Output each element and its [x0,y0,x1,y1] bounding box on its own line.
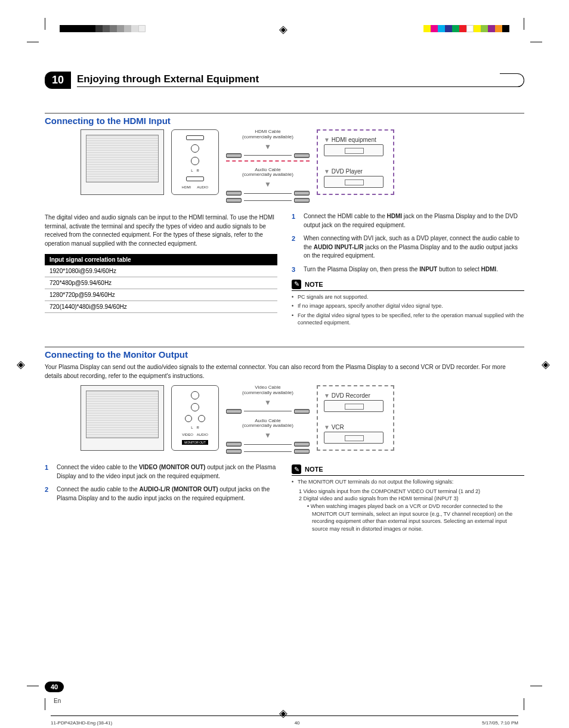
hdmi-devices-box: ▼ HDMI equipment ▼ DVD Player [317,129,394,195]
note-label: NOTE [305,281,323,288]
footer-page: 40 [295,720,300,726]
note-subitem: 1 Video signals input from the COMPONENT… [292,488,524,495]
cable-label: HDMI Cable [255,129,281,134]
monitor-cable-column: Video Cable(commercially available) ▼ Au… [226,385,310,454]
down-arrow-icon: ▼ [226,431,310,439]
hdmi-intro-paragraph: The digital video and audio signals can … [45,213,277,248]
down-arrow-icon: ▼ [324,137,330,143]
device-label: DVD Player [332,168,363,175]
step-item: 1Connect the HDMI cable to the HDMI jack… [292,212,524,230]
monitor-note-list: The MONITOR OUT terminals do not output … [292,478,524,486]
cable-sublabel: (commercially available) [242,134,293,140]
monitor-intro-paragraph: Your Plasma Display can send out the aud… [45,363,524,380]
pencil-icon: ✎ [292,280,301,289]
device-label: HDMI equipment [332,137,376,143]
port-label-hdmi: HDMI [182,185,191,189]
device-label: DVD Recorder [332,392,370,399]
port-label-audio: AUDIO [197,433,208,436]
step-item: 2When connecting with DVI jack, such as … [292,234,524,261]
tv-rear-panel-illustration [81,385,164,451]
registration-bottom-icon [279,708,290,718]
cable-sublabel: (commercially available) [242,423,293,428]
down-arrow-icon: ▼ [324,168,330,175]
port-label-l: L [191,426,193,429]
crop-mark [27,686,39,686]
footer-info: 11-PDP42A3HD-Eng (38-41) 40 5/17/05, 7:1… [51,720,518,726]
down-arrow-icon: ▼ [226,398,310,407]
note-subitem: 2 Digital video and audio signals from t… [292,495,524,503]
table-row: 1280*720p@59.94/60Hz [45,289,277,301]
note-item: For the digital video signal types to be… [292,312,524,327]
port-label-r: R [197,169,199,172]
monitor-diagram: L R VIDEO AUDIO MONITOR OUT Video Cable(… [81,385,524,454]
port-label-video: VIDEO [182,433,193,436]
chapter-number-badge: 10 [45,72,71,89]
device-label: VCR [332,424,344,430]
cable-label: Video Cable [255,385,280,390]
crop-mark [524,698,524,710]
footer-rule [51,715,518,716]
monitor-port-panel: L R VIDEO AUDIO MONITOR OUT [171,385,219,451]
table-row: 1920*1080i@59.94/60Hz [45,265,277,277]
step-number: 2 [292,234,299,261]
section-heading-monitor: Connecting to the Monitor Output [45,346,524,360]
cable-sublabel: (commercially available) [242,390,293,395]
note-rule [292,290,524,291]
note-item: The MONITOR OUT terminals do not output … [292,478,524,486]
section-heading-hdmi: Connecting to the HDMI Input [45,113,524,126]
pencil-icon: ✎ [292,464,301,474]
monitor-steps-list: 1Connect the video cable to the VIDEO (M… [45,463,277,503]
chapter-title: Enjoying through External Equipment [77,73,524,87]
crop-mark [530,686,542,686]
port-label-l: L [191,169,193,172]
table-row: 720*480p@59.94/60Hz [45,277,277,289]
down-arrow-icon: ▼ [226,180,310,188]
port-label-audio: AUDIO [197,185,208,189]
down-arrow-icon: ▼ [324,424,330,430]
chapter-header: 10 Enjoying through External Equipment [45,72,524,89]
port-label-monitor-out: MONITOR OUT [182,440,208,445]
down-arrow-icon: ▼ [324,392,330,399]
step-item: 1Connect the video cable to the VIDEO (M… [45,463,277,481]
step-number: 1 [292,212,299,230]
note-rule [292,475,524,476]
page-number-badge: 40 [45,681,64,692]
monitor-devices-box: ▼ DVD Recorder ▼ VCR [317,385,394,451]
note-sub-bullet: • When watching images played back on a … [292,503,524,532]
cable-label: Audio Cable [255,418,281,423]
tv-rear-panel-illustration [81,129,164,195]
note-item: PC signals are not supported. [292,293,524,301]
step-item: 2Connect the audio cable to the AUDIO-L/… [45,485,277,503]
hdmi-diagram: L R HDMI AUDIO HDMI Cable(commercially a… [81,129,524,203]
down-arrow-icon: ▼ [226,142,310,151]
page-language: En [54,698,61,704]
signal-correlation-table: Input signal correlation table 1920*1080… [45,254,277,313]
note-header: ✎ NOTE [292,464,524,474]
hdmi-port-panel: L R HDMI AUDIO [171,129,219,195]
step-number: 2 [45,485,52,503]
hdmi-cable-column: HDMI Cable(commercially available) ▼ Aud… [226,129,310,203]
crop-mark [45,698,45,710]
note-item: If no image appears, specify another dig… [292,302,524,310]
port-label-r: R [197,426,199,429]
table-row: 720(1440)*480i@59.94/60Hz [45,301,277,313]
cable-sublabel: (commercially available) [242,172,293,177]
step-number: 1 [45,463,52,481]
footer-filename: 11-PDP42A3HD-Eng (38-41) [51,720,112,726]
cable-label: Audio Cable [255,167,281,172]
hdmi-note-list: PC signals are not supported. If no imag… [292,293,524,327]
footer-date: 5/17/05, 7:10 PM [482,720,518,726]
table-header: Input signal correlation table [45,254,277,265]
note-label: NOTE [305,466,323,473]
note-header: ✎ NOTE [292,280,524,289]
step-number: 3 [292,265,299,275]
step-item: 3Turn the Plasma Display on, then press … [292,265,524,275]
hdmi-steps-list: 1Connect the HDMI cable to the HDMI jack… [292,212,524,274]
